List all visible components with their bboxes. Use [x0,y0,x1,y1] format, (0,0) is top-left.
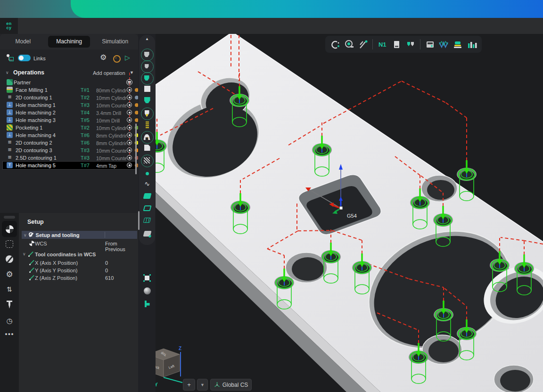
control-panel-icon[interactable] [424,38,436,50]
show-fixture-icon[interactable] [139,131,155,145]
operation-target-icon[interactable] [127,87,132,92]
show-tool-icon[interactable] [139,107,155,121]
tool-disc-icon[interactable] [0,255,19,264]
simulate-icon[interactable] [113,55,121,63]
operation-row[interactable]: ⊥Hole machining 2T#43.4mm Drill [3,109,136,116]
axis-x-value[interactable]: 0 [105,260,108,266]
rail-handle[interactable] [4,216,15,219]
point-icon[interactable] [139,171,155,176]
show-hatch-icon[interactable] [139,155,155,168]
viewport-3d[interactable]: G54 Top Back Left Z Y [156,34,543,392]
screw-icon[interactable] [139,122,155,129]
tools-pair-icon[interactable] [404,38,417,50]
fit-view-icon[interactable] [139,274,155,283]
wcs-row[interactable]: WCS From Previous [22,240,137,247]
cs-dropdown-button[interactable]: ▼ [197,379,208,391]
sheet-icon[interactable] [139,145,155,152]
axis-y-row[interactable]: Y (Axis Y Position) 0 [22,267,137,274]
axis-y-value[interactable]: 0 [105,268,108,273]
operation-row[interactable]: ≡2.5D contouring 1T#310mm Countersi [3,154,136,162]
curve-icon[interactable]: ∿ [139,180,155,188]
tab-machining[interactable]: Machining [48,36,90,48]
show-result-icon[interactable] [139,72,155,86]
operation-target-icon[interactable] [127,117,132,122]
run-play-icon[interactable]: ▷ [125,54,130,61]
chevron-down-icon: ∨ [24,233,27,237]
operation-row[interactable]: ≡2D contouring 1T#210mm Cylindrica [3,94,136,101]
operation-row[interactable]: ≡2D contouring 3T#310mm Countersi [3,147,136,154]
operation-name: 2D contouring 1 [16,95,52,100]
mode-tabs: Model Machining Simulation [0,34,138,49]
operation-tool-desc: 4mm Tap [96,163,126,169]
surface-outline-icon[interactable] [139,205,155,212]
axis-z-value[interactable]: 610 [105,275,114,281]
operation-target-icon[interactable] [127,132,132,138]
add-operation-button[interactable]: Add operation [93,70,125,76]
more-icon[interactable]: ●●● [0,332,19,336]
operation-row[interactable]: ⊥Hole machining 3T#510mm Drill [3,116,136,124]
operation-row[interactable]: THole machining 5T#74mm Tap [3,162,136,169]
operation-target-icon[interactable] [127,140,132,145]
surface-mesh-icon[interactable] [139,218,155,224]
shaded-view-icon[interactable] [139,287,155,295]
operation-group-row[interactable]: Partner [3,79,136,86]
settings-gear-icon[interactable]: ⚙ [100,54,107,61]
setup-group-label: Setup and tooling [36,232,80,238]
scroll-up-icon[interactable]: ▲ [139,37,155,41]
collapse-chevron-icon[interactable]: ∨ [6,70,9,75]
add-cs-button[interactable]: + [183,379,195,391]
links-nodes-icon[interactable] [7,54,14,61]
tab-model[interactable]: Model [2,36,44,48]
workpiece-icon[interactable] [139,86,155,93]
gcode-n1-icon[interactable]: N1 [376,38,388,50]
axis-x-row[interactable]: X (Axis X Position) 0 [22,259,137,267]
operation-target-icon[interactable] [127,147,132,153]
operation-type-icon: ⊥ [7,117,13,123]
toolbar-separator [372,39,373,49]
operation-name: Pocketing 1 [16,125,42,131]
operations-scrollbar[interactable] [135,123,137,174]
collision-check-icon[interactable] [329,38,341,50]
operation-target-icon[interactable] [127,155,132,160]
gear-icon[interactable]: ⚙ [0,270,19,278]
layers-icon[interactable] [452,38,464,50]
links-toggle[interactable] [18,55,31,61]
surface-filled-icon[interactable] [139,193,155,200]
operation-row[interactable]: ≡2D contouring 2T#68mm Cylindrical [3,139,136,147]
toolpath-zigzag-icon[interactable] [438,38,450,50]
setup-icon-rail: ⚙ ⇅ ◷ ●●● [0,213,19,392]
statistics-bars-icon[interactable] [466,38,478,50]
wcs-icon[interactable] [0,225,19,235]
operation-target-icon[interactable] [127,125,132,130]
operation-row[interactable]: ⊥Hole machining 4T#68mm Cylindrical [3,131,136,139]
operation-target-icon[interactable] [127,95,132,100]
tab-simulation[interactable]: Simulation [94,36,136,48]
surface-point-icon[interactable] [139,231,155,237]
selection-box-icon[interactable] [0,240,19,249]
operation-row[interactable]: Pocketing 1T#210mm Cylindrica [3,124,136,131]
operation-row[interactable]: ⊥Hole machining 1T#310mm Countersi [3,101,136,109]
operation-target-icon[interactable] [127,102,132,107]
group-menu-icon[interactable] [126,79,132,85]
operation-tool: T#4 [81,110,90,115]
document-icon[interactable] [390,38,403,50]
column-divider [105,232,105,238]
axis-z-row[interactable]: Z (Axis Z Position) 610 [22,274,137,282]
operation-target-icon[interactable] [127,110,132,115]
global-cs-button[interactable]: Global CS [210,379,252,391]
app-logo[interactable]: ency [0,18,18,34]
tool-coords-group[interactable]: ∨ Tool coordinates in WCS [22,251,137,258]
probe-icon[interactable] [343,38,355,50]
levels-arrows-icon[interactable]: ⇅ [0,286,19,293]
timer-icon[interactable]: ◷ [0,317,19,325]
operation-row[interactable]: Face Milling 1T#180mm Cylindrica [3,86,136,94]
drill-icon[interactable] [0,301,19,310]
setup-group-header[interactable]: ∨ Setup and tooling [22,231,137,239]
operation-target-icon[interactable] [127,163,132,168]
operation-tool-desc: 8mm Cylindrical [96,140,126,146]
clip-plane-icon[interactable] [139,301,155,308]
operation-name: 2D contouring 3 [16,147,52,153]
tool-teal-icon[interactable] [139,97,155,104]
add-operation-caret-icon[interactable]: ▼ [130,70,134,75]
caliper-icon[interactable] [357,38,370,50]
